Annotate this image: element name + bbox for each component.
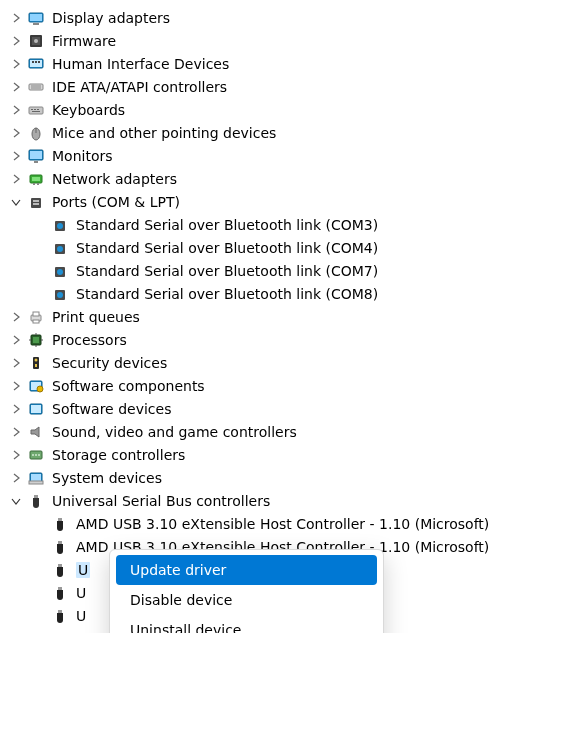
sound-icon <box>26 422 46 442</box>
chevron-right-icon[interactable] <box>6 330 26 350</box>
tree-item-label: Mice and other pointing devices <box>52 125 276 141</box>
security-icon <box>26 353 46 373</box>
tree-item[interactable]: Keyboards <box>4 98 579 121</box>
spacer <box>30 606 50 626</box>
port-bt-icon <box>50 284 70 304</box>
tree-item-label: Human Interface Devices <box>52 56 229 72</box>
tree-item[interactable]: Mice and other pointing devices <box>4 121 579 144</box>
mouse-icon <box>26 123 46 143</box>
menu-item[interactable]: Update driver <box>116 555 377 585</box>
tree-item[interactable]: Standard Serial over Bluetooth link (COM… <box>4 259 579 282</box>
tree-item-label: Standard Serial over Bluetooth link (COM… <box>76 240 378 256</box>
tree-item[interactable]: Display adapters <box>4 6 579 29</box>
display-icon <box>26 8 46 28</box>
spacer <box>30 238 50 258</box>
softdev-icon <box>26 399 46 419</box>
chevron-right-icon[interactable] <box>6 422 26 442</box>
tree-item-label: AMD USB 3.10 eXtensible Host Controller … <box>76 516 489 532</box>
chevron-right-icon[interactable] <box>6 376 26 396</box>
tree-item[interactable]: Human Interface Devices <box>4 52 579 75</box>
printer-icon <box>26 307 46 327</box>
chevron-right-icon[interactable] <box>6 77 26 97</box>
tree-item-label: Print queues <box>52 309 140 325</box>
tree-item[interactable]: Universal Serial Bus controllers <box>4 489 579 512</box>
tree-item[interactable]: AMD USB 3.10 eXtensible Host Controller … <box>4 512 579 535</box>
tree-item[interactable]: Standard Serial over Bluetooth link (COM… <box>4 236 579 259</box>
tree-item-label: Security devices <box>52 355 167 371</box>
spacer <box>30 514 50 534</box>
usb-plug-icon <box>50 514 70 534</box>
hid-icon <box>26 54 46 74</box>
tree-item[interactable]: System devices <box>4 466 579 489</box>
tree-item-label: Standard Serial over Bluetooth link (COM… <box>76 217 378 233</box>
spacer <box>30 560 50 580</box>
network-icon <box>26 169 46 189</box>
tree-item-label: Universal Serial Bus controllers <box>52 493 270 509</box>
monitor-icon <box>26 146 46 166</box>
chevron-right-icon[interactable] <box>6 100 26 120</box>
menu-item[interactable]: Disable device <box>116 585 377 615</box>
chevron-right-icon[interactable] <box>6 399 26 419</box>
chevron-right-icon[interactable] <box>6 54 26 74</box>
tree-item-label: Monitors <box>52 148 113 164</box>
chevron-down-icon[interactable] <box>6 491 26 511</box>
tree-item[interactable]: Security devices <box>4 351 579 374</box>
ide-icon <box>26 77 46 97</box>
chevron-right-icon[interactable] <box>6 146 26 166</box>
device-tree: Display adaptersFirmwareHuman Interface … <box>4 6 579 627</box>
keyboard-icon <box>26 100 46 120</box>
tree-item[interactable]: Software components <box>4 374 579 397</box>
tree-item[interactable]: Standard Serial over Bluetooth link (COM… <box>4 282 579 305</box>
tree-item-label: U <box>76 562 90 578</box>
cpu-icon <box>26 330 46 350</box>
chevron-right-icon[interactable] <box>6 169 26 189</box>
tree-item-label: Ports (COM & LPT) <box>52 194 180 210</box>
tree-item-label: Keyboards <box>52 102 125 118</box>
spacer <box>30 537 50 557</box>
chevron-right-icon[interactable] <box>6 307 26 327</box>
spacer <box>30 284 50 304</box>
tree-item-label: IDE ATA/ATAPI controllers <box>52 79 227 95</box>
port-bt-icon <box>50 261 70 281</box>
tree-item-label: Software components <box>52 378 205 394</box>
tree-item[interactable]: Firmware <box>4 29 579 52</box>
port-bt-icon <box>50 238 70 258</box>
tree-item-label: System devices <box>52 470 162 486</box>
tree-item[interactable]: Sound, video and game controllers <box>4 420 579 443</box>
chevron-right-icon[interactable] <box>6 468 26 488</box>
context-menu: Update driverDisable deviceUninstall dev… <box>109 549 384 633</box>
firmware-icon <box>26 31 46 51</box>
tree-item[interactable]: Ports (COM & LPT) <box>4 190 579 213</box>
storage-icon <box>26 445 46 465</box>
tree-item[interactable]: Print queues <box>4 305 579 328</box>
menu-item[interactable]: Uninstall device <box>116 615 377 633</box>
tree-item-label: Network adapters <box>52 171 177 187</box>
tree-item-label: Sound, video and game controllers <box>52 424 297 440</box>
chevron-right-icon[interactable] <box>6 123 26 143</box>
tree-item-label: Standard Serial over Bluetooth link (COM… <box>76 263 378 279</box>
tree-item-label: Firmware <box>52 33 116 49</box>
usb-plug-icon <box>50 560 70 580</box>
tree-item[interactable]: Standard Serial over Bluetooth link (COM… <box>4 213 579 236</box>
tree-item-label: Storage controllers <box>52 447 185 463</box>
chevron-right-icon[interactable] <box>6 445 26 465</box>
usb-plug-icon <box>50 606 70 626</box>
usb-icon <box>26 491 46 511</box>
spacer <box>30 215 50 235</box>
chevron-right-icon[interactable] <box>6 353 26 373</box>
system-icon <box>26 468 46 488</box>
softcomp-icon <box>26 376 46 396</box>
port-icon <box>26 192 46 212</box>
tree-item[interactable]: IDE ATA/ATAPI controllers <box>4 75 579 98</box>
chevron-down-icon[interactable] <box>6 192 26 212</box>
tree-item[interactable]: Processors <box>4 328 579 351</box>
tree-item[interactable]: Software devices <box>4 397 579 420</box>
usb-plug-icon <box>50 583 70 603</box>
tree-item[interactable]: Monitors <box>4 144 579 167</box>
chevron-right-icon[interactable] <box>6 31 26 51</box>
chevron-right-icon[interactable] <box>6 8 26 28</box>
usb-plug-icon <box>50 537 70 557</box>
tree-item-label: Processors <box>52 332 127 348</box>
tree-item[interactable]: Storage controllers <box>4 443 579 466</box>
tree-item[interactable]: Network adapters <box>4 167 579 190</box>
